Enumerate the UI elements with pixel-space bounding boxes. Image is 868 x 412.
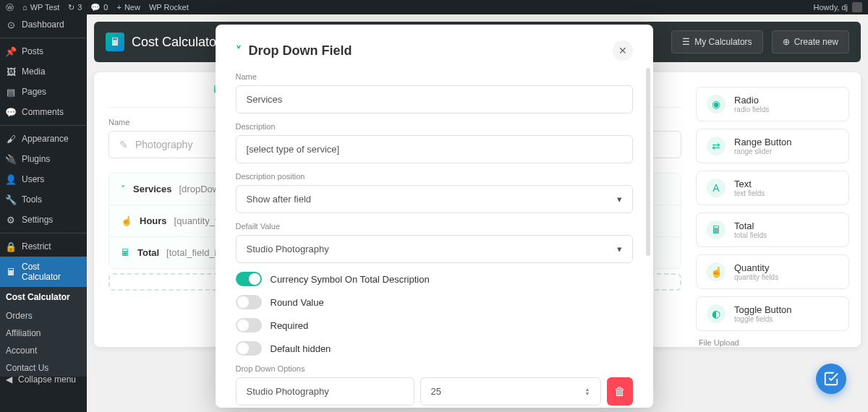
- dropdown-field-modal: ˅Drop Down Field ✕ Name Description Desc…: [216, 25, 653, 408]
- required-toggle-label: Required: [271, 320, 309, 331]
- name-input[interactable]: [236, 85, 633, 113]
- name-label: Name: [236, 72, 633, 81]
- default-value-select[interactable]: Studio Photography▾: [236, 235, 633, 263]
- description-label: Description: [236, 122, 633, 131]
- position-select[interactable]: Show after field▾: [236, 185, 633, 213]
- caret-down-icon: ▾: [617, 244, 622, 254]
- option-name-input[interactable]: [236, 377, 414, 405]
- help-fab-button[interactable]: [816, 364, 846, 394]
- checklist-icon: [823, 371, 839, 387]
- close-button[interactable]: ✕: [613, 40, 633, 61]
- modal-scrollbar[interactable]: [646, 68, 650, 256]
- close-icon: ✕: [618, 45, 627, 56]
- modal-overlay: ˅Drop Down Field ✕ Name Description Desc…: [0, 0, 868, 412]
- hidden-toggle-label: Default hidden: [271, 343, 331, 354]
- trash-icon: 🗑: [614, 385, 626, 398]
- options-label: Drop Down Options: [236, 364, 633, 373]
- default-value-label: Defailt Value: [236, 222, 633, 231]
- delete-option-button[interactable]: 🗑: [607, 377, 633, 405]
- currency-toggle-label: Currency Symbol On Total Description: [271, 274, 430, 285]
- currency-symbol-toggle[interactable]: [236, 272, 262, 286]
- option-value-input[interactable]: 25▲▼: [420, 377, 601, 405]
- required-toggle[interactable]: [236, 318, 262, 332]
- round-toggle-label: Round Value: [271, 297, 324, 308]
- position-label: Description position: [236, 172, 633, 181]
- caret-down-icon: ▾: [617, 194, 622, 205]
- round-value-toggle[interactable]: [236, 295, 262, 309]
- description-input[interactable]: [236, 135, 633, 163]
- number-spinner[interactable]: ▲▼: [585, 387, 590, 396]
- modal-title-text: Drop Down Field: [249, 43, 352, 59]
- default-hidden-toggle[interactable]: [236, 341, 262, 356]
- chevron-down-icon: ˅: [236, 44, 242, 58]
